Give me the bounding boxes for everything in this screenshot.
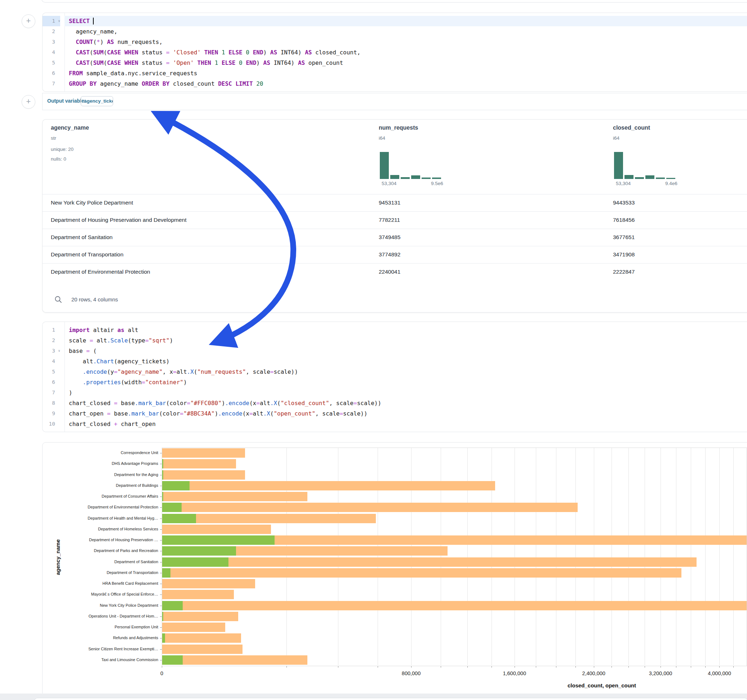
table-cell: New York City Police Department <box>51 199 133 206</box>
code-text: base = ( <box>65 345 747 356</box>
line-number: 6 <box>42 377 60 388</box>
sql-line-2[interactable]: 2 agency_name, <box>42 26 747 37</box>
sql-line-7[interactable]: 7GROUP BY agency_name ORDER BY closed_co… <box>42 78 747 89</box>
histogram-bar <box>655 177 665 180</box>
add-cell-button-top[interactable]: + <box>22 14 35 28</box>
line-number: 10 <box>42 419 60 429</box>
sql-line-5[interactable]: 5 CAST(SUM(CASE WHEN status = 'Open' THE… <box>42 57 747 68</box>
table-row: Department of Housing Preservation and D… <box>42 211 747 229</box>
table-cell: 7782211 <box>379 217 400 223</box>
code-text: chart_closed = base.mark_bar(color="#FFC… <box>65 398 747 408</box>
query-result-table: agency_name str unique: 20 nulls: 0 num_… <box>42 119 747 312</box>
column-meta-nulls: nulls: 0 <box>51 156 66 162</box>
python-line-8[interactable]: 8chart_closed = base.mark_bar(color="#FF… <box>42 398 747 408</box>
code-text: SELECT <box>65 16 747 26</box>
code-text: CAST(SUM(CASE WHEN status = 'Open' THEN … <box>65 57 747 68</box>
python-line-9[interactable]: 9chart_open = base.mark_bar(color="#8BC3… <box>42 408 747 419</box>
sql-line-1[interactable]: 1∨SELECT <box>42 16 747 26</box>
table-row: Department of Environmental Protection22… <box>42 263 747 281</box>
histogram-bar <box>614 152 623 180</box>
previous-cell-edge <box>41 0 747 3</box>
num-requests-histogram <box>380 152 442 180</box>
table-cell: 2240041 <box>379 269 400 275</box>
line-number: 7 <box>42 388 60 398</box>
code-text: CAST(SUM(CASE WHEN status = 'Closed' THE… <box>65 47 747 57</box>
fold-chevron-down-icon[interactable]: ∨ <box>55 345 60 356</box>
python-line-10[interactable]: 10chart_closed + chart_open <box>42 419 747 429</box>
line-number: 2 <box>42 335 60 345</box>
column-header-closed-count: closed_count <box>613 125 650 131</box>
python-line-2[interactable]: 2scale = alt.Scale(type="sqrt") <box>42 335 747 345</box>
histogram-bar <box>432 177 442 180</box>
line-number: 7 <box>42 78 60 89</box>
histogram-bar <box>390 175 400 180</box>
python-line-3[interactable]: 3∨base = ( <box>42 345 747 356</box>
table-row: New York City Police Department945313194… <box>42 194 747 212</box>
table-cell: Department of Environmental Protection <box>51 269 150 275</box>
histogram-bar <box>380 152 389 180</box>
line-number: 1 <box>42 325 60 335</box>
python-line-5[interactable]: 5 .encode(y="agency_name", x=alt.X("num_… <box>42 367 747 377</box>
python-line-7[interactable]: 7) <box>42 388 747 398</box>
line-number: 4 <box>42 47 60 57</box>
column-header-num-requests: num_requests <box>379 125 418 131</box>
add-cell-button-output[interactable]: + <box>22 95 35 109</box>
table-cell: 9453131 <box>379 199 400 206</box>
next-cell-edge <box>34 698 747 700</box>
table-cell: 3677651 <box>613 234 635 241</box>
table-cell: Department of Transportation <box>51 251 124 258</box>
code-text: FROM sample_data.nyc.service_requests <box>65 68 747 78</box>
histogram-bar <box>645 175 655 180</box>
code-text: alt.Chart(agency_tickets) <box>65 356 747 367</box>
table-cell: Department of Sanitation <box>51 234 112 241</box>
table-cell: Department of Housing Preservation and D… <box>51 217 187 223</box>
python-line-4[interactable]: 4 alt.Chart(agency_tickets) <box>42 356 747 367</box>
line-number: 5 <box>42 57 60 68</box>
fold-chevron-down-icon[interactable]: ∨ <box>55 16 60 26</box>
sql-line-6[interactable]: 6FROM sample_data.nyc.service_requests <box>42 68 747 78</box>
histogram-bar <box>624 175 634 180</box>
code-text: .properties(width="container") <box>65 377 747 388</box>
code-text: GROUP BY agency_name ORDER BY closed_cou… <box>65 78 747 89</box>
table-cell: 3471908 <box>613 251 635 258</box>
sql-code-editor[interactable]: 1∨SELECT 2 agency_name,3 COUNT(*) AS num… <box>42 13 747 92</box>
python-line-1[interactable]: 1import altair as alt <box>42 325 747 335</box>
python-line-6[interactable]: 6 .properties(width="container") <box>42 377 747 388</box>
line-number: 4 <box>42 356 60 367</box>
table-cell: 3774892 <box>379 251 400 258</box>
table-row-count: 20 rows, 4 columns <box>71 296 118 302</box>
code-text: COUNT(*) AS num_requests, <box>65 37 747 47</box>
column-type-closed-count: i64 <box>613 136 620 141</box>
histogram-bar <box>635 177 644 180</box>
altair-chart-card <box>42 442 747 695</box>
column-header-agency-name: agency_name <box>51 125 89 131</box>
column-meta-unique: unique: 20 <box>51 146 74 152</box>
table-row: Department of Sanitation37494853677651 <box>42 229 747 246</box>
histogram-bar <box>666 178 676 180</box>
output-variable-chip[interactable]: agency_tickets <box>81 96 113 106</box>
sql-line-3[interactable]: 3 COUNT(*) AS num_requests, <box>42 37 747 47</box>
code-text: import altair as alt <box>65 325 747 335</box>
code-text: scale = alt.Scale(type="sqrt") <box>65 335 747 345</box>
table-row: Department of Transportation377489234719… <box>42 246 747 264</box>
histogram-bar <box>400 177 410 180</box>
code-text: chart_open = base.mark_bar(color="#8BC34… <box>65 408 747 419</box>
line-number: 3 <box>42 37 60 47</box>
sql-line-4[interactable]: 4 CAST(SUM(CASE WHEN status = 'Closed' T… <box>42 47 747 57</box>
column-type-agency-name: str <box>51 136 56 141</box>
line-number: 3∨ <box>42 345 60 356</box>
closed-count-hist-max: 9.4e6 <box>665 181 677 186</box>
python-code-editor[interactable]: 1import altair as alt2scale = alt.Scale(… <box>42 321 747 432</box>
notebook-page: + + 1∨SELECT 2 agency_name,3 COUNT(*) AS… <box>0 0 747 700</box>
table-cell: 9443533 <box>613 199 635 206</box>
closed-count-hist-min: 53,304 <box>616 181 631 186</box>
search-icon[interactable] <box>54 296 62 303</box>
line-number: 9 <box>42 408 60 419</box>
code-text: ) <box>65 388 747 398</box>
table-footer: 20 rows, 4 columns <box>42 293 331 307</box>
column-type-num-requests: i64 <box>379 136 385 141</box>
histogram-bar <box>411 175 420 180</box>
output-variable-label: Output variable: <box>47 98 86 104</box>
table-cell: 7618456 <box>613 217 635 223</box>
code-text: agency_name, <box>65 26 747 37</box>
